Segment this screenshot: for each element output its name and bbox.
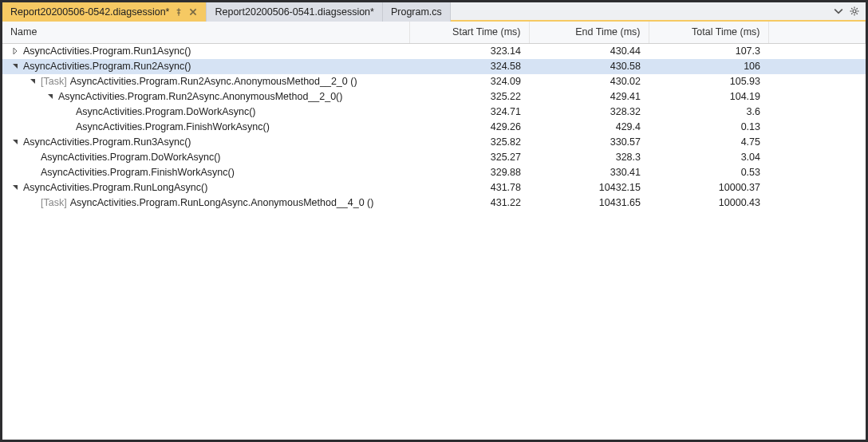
cell-pad	[768, 43, 866, 59]
cell-pad	[768, 74, 866, 89]
cell-end: 330.41	[529, 165, 649, 180]
cell-start: 323.14	[409, 43, 529, 59]
cell-total: 0.13	[649, 120, 768, 135]
expander-placeholder	[28, 198, 37, 207]
table-row[interactable]: [Task] AsyncActivities.Program.RunLongAs…	[2, 195, 866, 211]
chevron-down-icon[interactable]	[10, 137, 20, 147]
chevron-down-icon[interactable]	[10, 183, 20, 192]
row-name: AsyncActivities.Program.Run3Async()	[23, 136, 191, 148]
tabstrip-tools	[827, 2, 866, 20]
row-name: AsyncActivities.Program.Run2Async.Anonym…	[58, 91, 342, 102]
row-name: AsyncActivities.Program.Run1Async()	[23, 45, 191, 57]
task-prefix: [Task]	[41, 76, 67, 87]
name-cell: [Task] AsyncActivities.Program.Run2Async…	[2, 74, 409, 89]
cell-pad	[768, 195, 866, 211]
name-cell: AsyncActivities.Program.Run3Async()	[2, 135, 409, 150]
cell-start: 329.88	[409, 165, 529, 180]
cell-end: 429.4	[529, 120, 649, 135]
column-header-start[interactable]: Start Time (ms)	[409, 22, 529, 43]
row-name: AsyncActivities.Program.DoWorkAsync()	[76, 106, 256, 117]
cell-end: 430.58	[529, 59, 649, 74]
svg-line-5	[851, 8, 852, 9]
cell-total: 10000.43	[649, 195, 768, 211]
table-row[interactable]: AsyncActivities.Program.RunLongAsync()43…	[2, 180, 866, 195]
cell-pad	[768, 59, 866, 74]
table-row[interactable]: AsyncActivities.Program.Run1Async()323.1…	[2, 43, 866, 59]
chevron-down-icon[interactable]	[28, 77, 37, 86]
cell-pad	[768, 89, 866, 105]
svg-line-7	[857, 8, 858, 9]
table-row[interactable]: [Task] AsyncActivities.Program.Run2Async…	[2, 74, 866, 89]
cell-end: 328.3	[529, 150, 649, 165]
column-header-name[interactable]: Name	[2, 22, 409, 43]
cell-pad	[768, 105, 866, 120]
task-prefix: [Task]	[41, 197, 67, 208]
cell-total: 107.3	[649, 43, 768, 59]
column-header-row: Name Start Time (ms) End Time (ms) Total…	[2, 22, 866, 43]
cell-start: 325.82	[409, 135, 529, 150]
column-header-end[interactable]: End Time (ms)	[529, 22, 649, 43]
close-icon[interactable]	[188, 7, 198, 17]
cell-end: 328.32	[529, 105, 649, 120]
name-cell: AsyncActivities.Program.RunLongAsync()	[2, 180, 409, 195]
name-cell: AsyncActivities.Program.FinishWorkAsync(…	[2, 120, 409, 135]
cell-pad	[768, 120, 866, 135]
table-row[interactable]: AsyncActivities.Program.DoWorkAsync()324…	[2, 105, 866, 120]
chevron-down-icon[interactable]	[45, 92, 55, 101]
cell-start: 431.22	[409, 195, 529, 211]
row-name: AsyncActivities.Program.Run2Async.Anonym…	[70, 76, 357, 87]
row-name: AsyncActivities.Program.DoWorkAsync()	[41, 152, 221, 163]
cell-total: 3.04	[649, 150, 768, 165]
table-row[interactable]: AsyncActivities.Program.Run2Async.Anonym…	[2, 89, 866, 105]
cell-start: 325.22	[409, 89, 529, 105]
cell-start: 324.71	[409, 105, 529, 120]
cell-total: 106	[649, 59, 768, 74]
expander-placeholder	[63, 107, 73, 116]
cell-pad	[768, 180, 866, 195]
tab-label: Program.cs	[391, 6, 442, 18]
svg-point-0	[853, 10, 856, 13]
name-cell: AsyncActivities.Program.Run2Async()	[2, 59, 409, 74]
row-name: AsyncActivities.Program.FinishWorkAsync(…	[76, 121, 270, 132]
row-name: AsyncActivities.Program.FinishWorkAsync(…	[41, 167, 235, 178]
cell-total: 0.53	[649, 165, 768, 180]
table-row[interactable]: AsyncActivities.Program.FinishWorkAsync(…	[2, 120, 866, 135]
table-row[interactable]: AsyncActivities.Program.DoWorkAsync()325…	[2, 150, 866, 165]
cell-start: 431.78	[409, 180, 529, 195]
cell-start: 325.27	[409, 150, 529, 165]
table-row[interactable]: AsyncActivities.Program.Run2Async()324.5…	[2, 59, 866, 74]
chevron-down-icon[interactable]	[10, 61, 20, 71]
document-tab[interactable]: Report20200506-0542.diagsession*	[2, 2, 207, 22]
name-cell: AsyncActivities.Program.Run2Async.Anonym…	[2, 89, 409, 105]
expander-placeholder	[28, 168, 37, 177]
svg-line-8	[851, 14, 852, 14]
name-cell: [Task] AsyncActivities.Program.RunLongAs…	[2, 195, 409, 211]
pin-icon[interactable]	[174, 7, 183, 17]
document-tab[interactable]: Program.cs	[383, 2, 451, 22]
cell-total: 105.93	[649, 74, 768, 89]
column-header-blank	[768, 22, 866, 43]
document-tab[interactable]: Report20200506-0541.diagsession*	[207, 2, 382, 22]
column-header-total[interactable]: Total Time (ms)	[649, 22, 768, 43]
overflow-dropdown-icon[interactable]	[834, 6, 843, 16]
name-cell: AsyncActivities.Program.DoWorkAsync()	[2, 150, 409, 165]
document-tabstrip: Report20200506-0542.diagsession*Report20…	[2, 2, 866, 22]
svg-line-6	[857, 14, 858, 14]
cell-total: 104.19	[649, 89, 768, 105]
results-table: Name Start Time (ms) End Time (ms) Total…	[2, 22, 866, 211]
cell-total: 10000.37	[649, 180, 768, 195]
row-name: AsyncActivities.Program.Run2Async()	[23, 61, 191, 72]
results-grid[interactable]: Name Start Time (ms) End Time (ms) Total…	[2, 22, 866, 440]
name-cell: AsyncActivities.Program.FinishWorkAsync(…	[2, 165, 409, 180]
gear-icon[interactable]	[850, 6, 859, 16]
results-body: AsyncActivities.Program.Run1Async()323.1…	[2, 43, 866, 211]
cell-start: 429.26	[409, 120, 529, 135]
cell-total: 3.6	[649, 105, 768, 120]
cell-pad	[768, 135, 866, 150]
table-row[interactable]: AsyncActivities.Program.FinishWorkAsync(…	[2, 165, 866, 180]
chevron-right-icon[interactable]	[10, 46, 20, 56]
table-row[interactable]: AsyncActivities.Program.Run3Async()325.8…	[2, 135, 866, 150]
expander-placeholder	[28, 152, 37, 162]
cell-end: 430.44	[529, 43, 649, 59]
cell-pad	[768, 165, 866, 180]
